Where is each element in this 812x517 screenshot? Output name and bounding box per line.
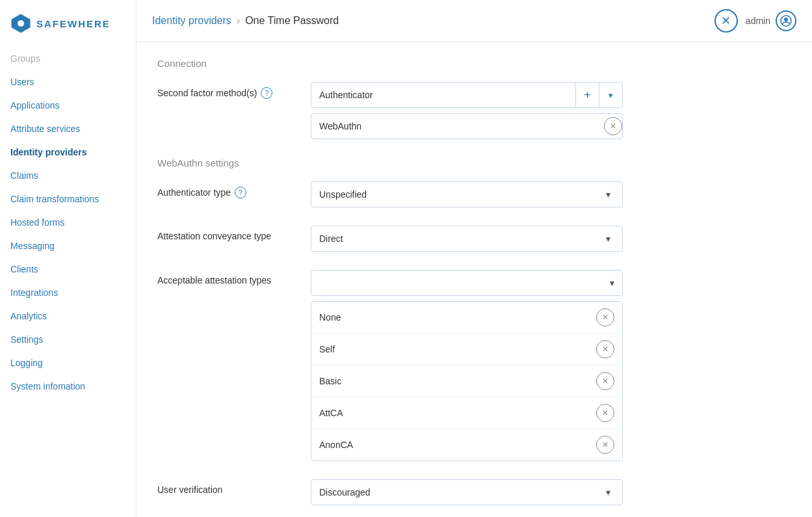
attestation-conveyance-select[interactable]: Direct ▾ — [311, 226, 623, 252]
logo: SAFEWHERE — [0, 7, 136, 47]
user-section: admin — [746, 10, 796, 31]
sidebar-item-claims[interactable]: Claims — [0, 164, 136, 187]
attestation-item-anonca: AnonCA ✕ — [311, 429, 622, 460]
sidebar-item-integrations[interactable]: Integrations — [0, 281, 136, 304]
attestation-conveyance-label-group: Attestation conveyance type — [157, 226, 300, 241]
remove-icon: ✕ — [602, 408, 609, 418]
user-verification-chevron[interactable]: ▾ — [602, 484, 614, 500]
user-verification-label-group: User verification — [157, 479, 300, 495]
user-verification-value: Discouraged — [319, 487, 602, 497]
authenticator-field: Authenticator + ▾ — [311, 82, 623, 108]
breadcrumb-separator: › — [237, 15, 240, 27]
attestation-conveyance-row: Attestation conveyance type Direct ▾ — [157, 226, 791, 257]
attestation-item-self: Self ✕ — [311, 334, 622, 365]
attestation-conveyance-chevron[interactable]: ▾ — [602, 231, 614, 246]
sidebar-item-applications[interactable]: Applications — [0, 94, 136, 117]
logo-icon — [10, 13, 31, 34]
webauthn-section-title: WebAuthn settings — [157, 157, 791, 168]
sidebar-item-identity-providers[interactable]: Identity providers — [0, 140, 136, 164]
webauthn-field: WebAuthn ✕ — [311, 113, 623, 139]
authenticator-type-chevron[interactable]: ▾ — [602, 187, 614, 202]
acceptable-attestation-controls: ▾ None ✕ Self ✕ — [311, 270, 623, 466]
authenticator-dropdown-button[interactable]: ▾ — [599, 83, 622, 107]
second-factor-controls: Authenticator + ▾ WebAuthn ✕ — [311, 82, 623, 144]
sidebar-item-groups[interactable]: Groups — [0, 47, 136, 70]
second-factor-label-group: Second factor method(s) ? — [157, 82, 300, 99]
authenticator-value: Authenticator — [319, 90, 575, 100]
attestation-item-self-remove[interactable]: ✕ — [596, 340, 614, 358]
webauthn-value: WebAuthn — [319, 121, 604, 131]
user-verification-select[interactable]: Discouraged ▾ — [311, 479, 623, 505]
remove-icon: ✕ — [610, 122, 616, 131]
second-factor-label: Second factor method(s) — [157, 88, 257, 98]
remove-icon: ✕ — [602, 377, 609, 386]
sidebar-item-system-information[interactable]: System infomation — [0, 375, 136, 398]
authenticator-type-label: Authenticator type — [157, 187, 231, 198]
attestation-conveyance-label: Attestation conveyance type — [157, 231, 271, 241]
remove-icon: ✕ — [602, 313, 609, 322]
user-verification-controls: Discouraged ▾ — [311, 479, 623, 510]
chevron-down-icon: ▾ — [606, 233, 610, 244]
attestation-item-none-label: None — [319, 312, 596, 323]
sidebar-item-clients[interactable]: Clients — [0, 258, 136, 281]
attestation-item-anonca-label: AnonCA — [319, 440, 596, 450]
authenticator-type-controls: Unspecified ▾ — [311, 181, 623, 213]
sidebar-item-settings[interactable]: Settings — [0, 328, 136, 351]
user-verification-row: User verification Discouraged ▾ — [157, 479, 791, 510]
add-icon: + — [584, 88, 591, 102]
sidebar-item-users[interactable]: Users — [0, 70, 136, 94]
attestation-item-attca: AttCA ✕ — [311, 397, 622, 429]
second-factor-help-icon[interactable]: ? — [261, 87, 272, 99]
breadcrumb: Identity providers › One Time Password — [152, 15, 339, 27]
admin-label: admin — [746, 16, 770, 26]
sidebar-item-hosted-forms[interactable]: Hosted forms — [0, 211, 136, 234]
authenticator-type-row: Authenticator type ? Unspecified ▾ — [157, 181, 791, 213]
authenticator-type-label-group: Authenticator type ? — [157, 181, 300, 198]
sidebar-item-claim-transformations[interactable]: Claim transformations — [0, 187, 136, 211]
attestation-item-basic-remove[interactable]: ✕ — [596, 372, 614, 390]
acceptable-attestation-dropdown[interactable]: ▾ — [311, 270, 623, 296]
sidebar-item-analytics[interactable]: Analytics — [0, 304, 136, 328]
brand-name: SAFEWHERE — [36, 18, 111, 29]
form-content: Connection Second factor method(s) ? Aut… — [137, 42, 812, 517]
connection-section-title: Connection — [157, 58, 791, 69]
chevron-down-icon: ▾ — [606, 189, 610, 200]
attestation-item-basic-label: Basic — [319, 376, 596, 386]
attestation-item-none-remove[interactable]: ✕ — [596, 308, 614, 326]
attestation-item-attca-remove[interactable]: ✕ — [596, 404, 614, 422]
attestation-conveyance-value: Direct — [319, 233, 602, 244]
page-title: One Time Password — [245, 15, 339, 27]
authenticator-type-select[interactable]: Unspecified ▾ — [311, 181, 623, 207]
attestation-item-basic: Basic ✕ — [311, 365, 622, 397]
attestation-item-anonca-remove[interactable]: ✕ — [596, 436, 614, 454]
authenticator-type-help-icon[interactable]: ? — [235, 187, 246, 198]
sidebar-item-messaging[interactable]: Messaging — [0, 234, 136, 258]
webauthn-remove-button[interactable]: ✕ — [604, 117, 622, 135]
sidebar-item-attribute-services[interactable]: Attribute services — [0, 117, 136, 140]
sidebar: SAFEWHERE Groups Users Applications Attr… — [0, 0, 137, 517]
chevron-down-icon: ▾ — [610, 278, 614, 288]
sidebar-item-logging[interactable]: Logging — [0, 351, 136, 375]
header-right: ✕ admin — [714, 9, 796, 33]
chevron-down-icon: ▾ — [609, 90, 613, 100]
main-content: Identity providers › One Time Password ✕… — [137, 0, 812, 517]
remove-icon: ✕ — [602, 440, 609, 449]
authenticator-type-value: Unspecified — [319, 189, 602, 200]
attestation-conveyance-controls: Direct ▾ — [311, 226, 623, 257]
user-avatar[interactable] — [776, 10, 796, 31]
attestation-list: None ✕ Self ✕ Basic ✕ — [311, 301, 623, 461]
authenticator-add-button[interactable]: + — [575, 83, 599, 107]
sidebar-nav: Groups Users Applications Attribute serv… — [0, 47, 136, 398]
svg-point-1 — [18, 20, 24, 27]
acceptable-attestation-label: Acceptable attestation types — [157, 275, 271, 285]
remove-icon: ✕ — [602, 345, 609, 354]
attestation-item-self-label: Self — [319, 344, 596, 354]
breadcrumb-link[interactable]: Identity providers — [152, 15, 231, 27]
acceptable-attestation-row: Acceptable attestation types ▾ None ✕ — [157, 270, 791, 466]
user-verification-label: User verification — [157, 484, 222, 495]
attestation-item-none: None ✕ — [311, 302, 622, 334]
page-header: Identity providers › One Time Password ✕… — [137, 0, 812, 42]
close-button[interactable]: ✕ — [714, 9, 738, 33]
acceptable-attestation-label-group: Acceptable attestation types — [157, 270, 300, 285]
chevron-down-icon: ▾ — [606, 487, 610, 497]
